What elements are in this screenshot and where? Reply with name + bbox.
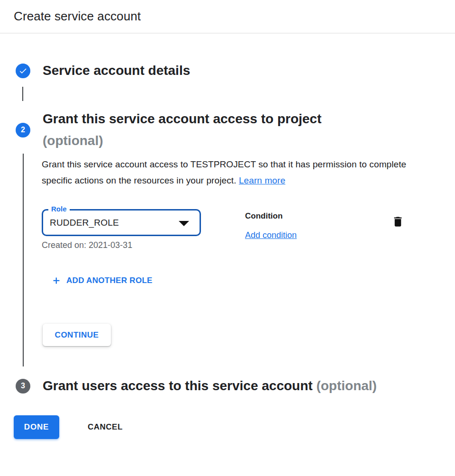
step-3-number: 3 (21, 382, 25, 390)
step-3-number-badge: 3 (16, 379, 30, 394)
add-another-role-button[interactable]: ADD ANOTHER ROLE (51, 275, 153, 286)
role-selected-value: RUDDER_ROLE (43, 218, 119, 228)
condition-column: Condition Add condition (245, 203, 297, 240)
page-title: Create service account (14, 9, 455, 24)
role-field-label: Role (48, 205, 70, 213)
step-1-title: Service account details (43, 60, 190, 81)
role-binding-row: Role RUDDER_ROLE Created on: 2021-03-31 … (42, 203, 455, 250)
role-field-wrapper: Role RUDDER_ROLE Created on: 2021-03-31 (42, 203, 201, 250)
step-2-optional-label: (optional) (43, 133, 103, 148)
role-created-on-text: Created on: 2021-03-31 (42, 240, 201, 250)
step-3-optional-label: (optional) (316, 378, 377, 393)
step-3-grant-users-header[interactable]: 3 Grant users access to this service acc… (0, 375, 455, 396)
step-3-title: Grant users access to this service accou… (43, 375, 377, 396)
page-header: Create service account (0, 0, 455, 34)
step-2-number-badge: 2 (16, 123, 30, 137)
step-2-grant-access-header[interactable]: 2 Grant this service account access to p… (0, 108, 455, 152)
role-select[interactable]: Role RUDDER_ROLE (42, 209, 201, 236)
trash-icon (391, 222, 404, 229)
add-another-role-label: ADD ANOTHER ROLE (66, 276, 153, 285)
step-2-title: Grant this service account access to pro… (43, 108, 374, 152)
step-1-service-account-details[interactable]: Service account details (0, 60, 455, 81)
plus-icon (51, 275, 62, 286)
learn-more-link[interactable]: Learn more (239, 175, 285, 185)
stepper-connector-line (22, 87, 23, 101)
continue-button[interactable]: CONTINUE (43, 324, 111, 346)
step-1-completed-check-icon (16, 64, 30, 78)
chevron-down-icon (179, 221, 189, 226)
step-2-content-panel: Grant this service account access to TES… (23, 154, 455, 366)
condition-label: Condition (245, 211, 297, 221)
step-2-number: 2 (21, 126, 25, 134)
delete-role-button[interactable] (391, 215, 404, 228)
done-button[interactable]: DONE (14, 415, 59, 439)
form-actions: DONE CANCEL (14, 415, 455, 476)
add-condition-link[interactable]: Add condition (245, 230, 297, 240)
step-2-description: Grant this service account access to TES… (42, 156, 421, 189)
cancel-button[interactable]: CANCEL (78, 417, 132, 438)
